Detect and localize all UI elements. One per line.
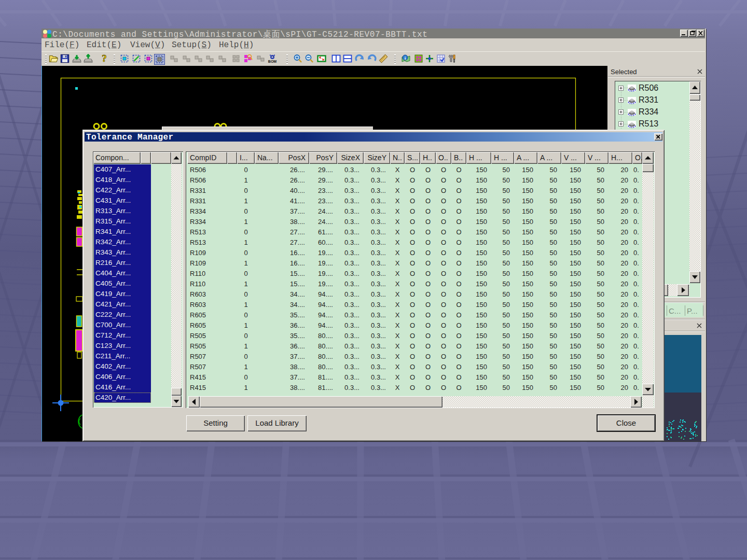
svg-text:BOM: BOM <box>268 60 277 63</box>
svg-text:?: ? <box>102 54 107 64</box>
